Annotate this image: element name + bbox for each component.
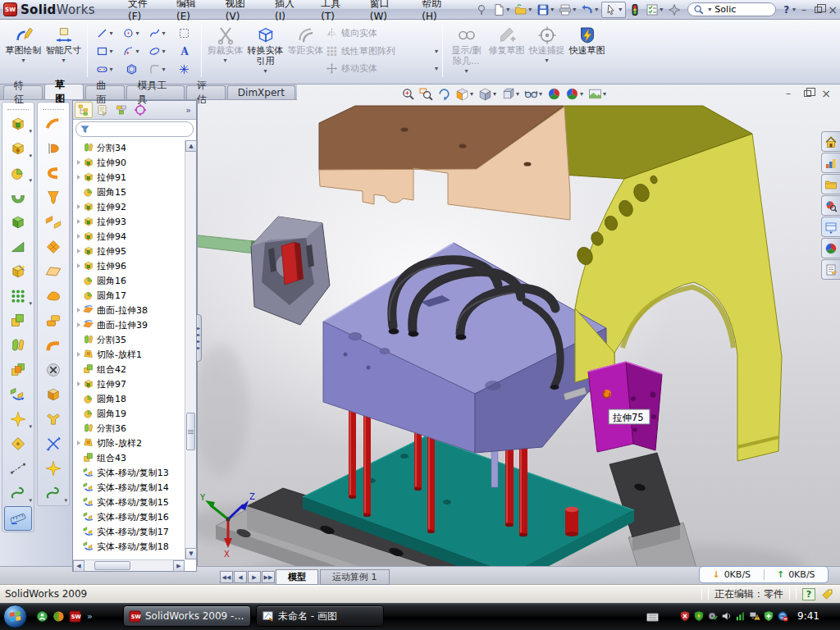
undo-button[interactable]: ▾ xyxy=(579,2,600,17)
cmd-sketch-button[interactable]: 草图绘制▾ xyxy=(3,21,43,80)
ribbon-tab-评估[interactable]: 评估 xyxy=(186,85,226,99)
gl-point-button[interactable] xyxy=(171,60,196,78)
menu-item-5[interactable]: 窗口(W) xyxy=(360,0,412,25)
cubeY-tool-button[interactable]: ▾ xyxy=(2,136,34,161)
feature-tree-item[interactable]: 拉伸97 xyxy=(73,377,185,391)
feature-tree-item[interactable]: 拉伸90 xyxy=(73,155,185,170)
feature-tree-item[interactable]: 组合43 xyxy=(73,450,185,465)
rotate-view-button[interactable] xyxy=(437,87,451,101)
cmd-move-entities-button[interactable]: 移动实体▾ xyxy=(326,60,439,77)
feature-tree-item[interactable]: 实体-移动/复制14 xyxy=(73,480,185,495)
helix-tool-button[interactable]: ▾ xyxy=(38,481,69,505)
stop-pin[interactable] xyxy=(565,509,578,534)
tray-shield-red-icon[interactable] xyxy=(679,610,691,622)
freefO-tool-button[interactable] xyxy=(38,284,69,308)
helix-tool-button[interactable]: ▾ xyxy=(2,481,34,505)
feature-tree-item[interactable]: 拉伸96 xyxy=(73,258,185,273)
task-pane-home-tab[interactable] xyxy=(821,131,840,152)
doc-close-button[interactable]: × xyxy=(820,89,832,98)
options-list-button[interactable]: ▾ xyxy=(644,2,665,17)
task-pane-custom-properties-tab[interactable] xyxy=(821,259,840,280)
model-slide-block[interactable] xyxy=(588,362,662,452)
feature-tree-item[interactable]: 拉伸95 xyxy=(73,244,185,258)
task-pane-search-globe-tab[interactable] xyxy=(821,195,840,216)
feature-tree-item[interactable]: 圆角15 xyxy=(73,185,185,199)
panel-overflow-chevron[interactable]: » xyxy=(185,105,194,116)
tree-filter-box[interactable] xyxy=(75,121,194,137)
scrollbar-thumb[interactable] xyxy=(186,413,195,450)
tips-button[interactable] xyxy=(666,2,682,17)
feature-tree-item[interactable]: 切除-放样2 xyxy=(73,436,185,450)
gl-poly-button[interactable] xyxy=(119,60,144,78)
gl-spline-button[interactable]: ▾ xyxy=(145,24,170,42)
cmd-offset-button[interactable]: 等距实体 xyxy=(285,21,326,80)
appearance-sparkle-button[interactable]: ▾ xyxy=(565,87,584,101)
feature-tree-item[interactable]: 实体-移动/复制15 xyxy=(73,495,185,509)
xball-tool-button[interactable] xyxy=(38,358,69,382)
boxG-tool-button[interactable] xyxy=(2,210,34,235)
cmd-dimension-button[interactable]: 智能尺寸▾ xyxy=(43,21,84,80)
shirtY-tool-button[interactable] xyxy=(38,407,69,431)
cO-tool-button[interactable] xyxy=(38,161,69,185)
feature-tree-item[interactable]: 圆角16 xyxy=(73,273,185,288)
zoom-area-button[interactable] xyxy=(419,87,433,101)
ribbon-tab-DimXpert[interactable]: DimXpert xyxy=(227,85,295,99)
flagsO-tool-button[interactable] xyxy=(38,210,69,235)
model-base-plates[interactable] xyxy=(216,436,696,566)
sweepO-tool-button[interactable] xyxy=(38,112,69,136)
quick-launch-solidworks[interactable]: SW xyxy=(69,610,81,623)
search-input[interactable] xyxy=(714,4,762,15)
feature-tree-item[interactable]: 实体-移动/复制13 xyxy=(73,465,185,480)
menu-item-0[interactable]: 文件(F) xyxy=(118,0,167,25)
pin-button[interactable] xyxy=(473,2,490,17)
feature-tree-item[interactable]: 曲面-拉伸39 xyxy=(73,317,185,332)
arrwB-tool-button[interactable] xyxy=(38,431,69,456)
graphics-area[interactable]: 拉伸75 Y Z X ▾▾▾▾▾▾ – × ◂▸◂▸◂▸◂▸ xyxy=(197,84,840,566)
feature-tree-item[interactable]: 分割34 xyxy=(73,140,185,155)
select-arrow-button[interactable]: ▾ xyxy=(601,2,626,18)
tray-sync-minus-icon[interactable] xyxy=(777,610,788,622)
feature-tree-item[interactable]: 分割36 xyxy=(73,421,185,436)
feature-tree-item[interactable]: 分割35 xyxy=(73,332,185,347)
gl-ellipse-button[interactable]: ▾ xyxy=(145,42,170,60)
quick-launch-messenger[interactable] xyxy=(36,610,48,623)
cmd-trim-button[interactable]: 剪裁实体▾ xyxy=(205,21,245,80)
display-style-button[interactable]: ▾ xyxy=(478,87,497,101)
stackO-tool-button[interactable] xyxy=(38,308,69,333)
scroll-left-button[interactable]: ◀ xyxy=(73,560,84,572)
scrollbar-thumb[interactable] xyxy=(94,561,130,570)
rebuild-light-button[interactable] xyxy=(627,2,643,17)
patchO-tool-button[interactable] xyxy=(38,235,69,259)
meas-tool-button[interactable] xyxy=(4,506,32,531)
tree-vertical-scrollbar[interactable]: ▲ ▼ xyxy=(185,140,196,559)
feature-tree-item[interactable]: 实体-移动/复制16 xyxy=(73,509,185,524)
feature-tree-item[interactable]: 实体-移动/复制18 xyxy=(73,539,185,554)
fm-tree-tab[interactable] xyxy=(75,102,93,118)
cmd-convert-button[interactable]: 转换实体引用▾ xyxy=(245,21,285,80)
zoom-fit-button[interactable] xyxy=(401,87,415,101)
feature-tree-item[interactable]: 拉伸92 xyxy=(73,199,185,214)
tray-signal-icon[interactable] xyxy=(735,610,746,622)
feature-tree-item[interactable]: 圆角19 xyxy=(73,406,185,421)
menu-item-6[interactable]: 帮助(H) xyxy=(412,0,462,25)
taskbar-button-solidworks[interactable]: SWSolidWorks 2009 - ... xyxy=(123,605,251,627)
ribbon-tab-曲面[interactable]: 曲面 xyxy=(85,85,125,99)
gl-selbox-button[interactable] xyxy=(171,24,196,42)
menu-item-3[interactable]: 插入(I) xyxy=(265,0,311,25)
appearance-ball-button[interactable] xyxy=(547,87,561,101)
gl-text-button[interactable]: A xyxy=(171,42,196,60)
hide-show-button[interactable]: ▾ xyxy=(524,87,543,101)
model-side-core-unit[interactable] xyxy=(198,217,330,325)
input-method-icon[interactable] xyxy=(646,611,659,623)
model-tab-模型[interactable]: 模型 xyxy=(276,569,318,585)
star-tool-button[interactable] xyxy=(38,456,69,481)
cubeG-tool-button[interactable]: ▾ xyxy=(2,112,34,136)
gl-corner-button[interactable]: ▾ xyxy=(145,60,170,78)
scroll-right-button[interactable]: ▶ xyxy=(173,560,185,572)
feature-tree-item[interactable]: 切除-放样1 xyxy=(73,347,185,362)
revO-tool-button[interactable] xyxy=(38,136,69,161)
help-button[interactable]: ? xyxy=(781,4,792,16)
quick-launch-launcher[interactable] xyxy=(52,610,65,623)
cmd-mirror-button[interactable]: 镜向实体 xyxy=(326,25,439,42)
start-button[interactable] xyxy=(3,605,27,628)
